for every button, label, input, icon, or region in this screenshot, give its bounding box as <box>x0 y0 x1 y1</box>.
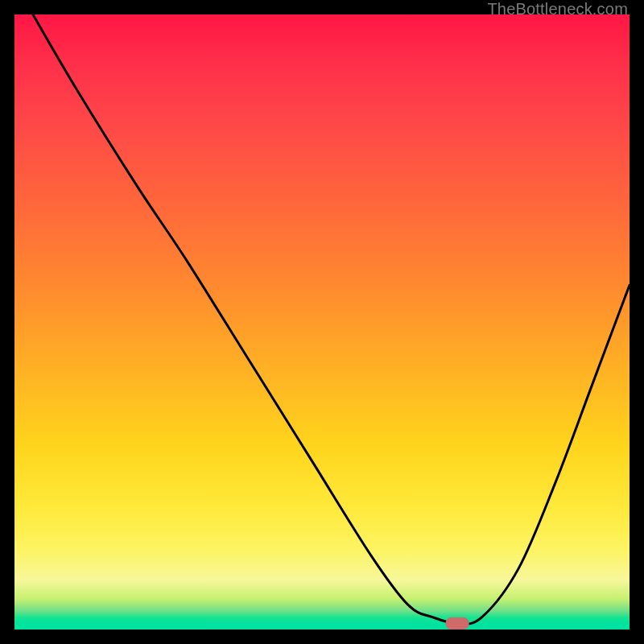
bottleneck-curve-svg <box>14 14 630 630</box>
chart-frame: TheBottleneck.com <box>0 0 644 644</box>
optimal-marker <box>446 617 469 629</box>
plot-area <box>14 14 630 630</box>
bottleneck-curve-path <box>33 14 630 624</box>
